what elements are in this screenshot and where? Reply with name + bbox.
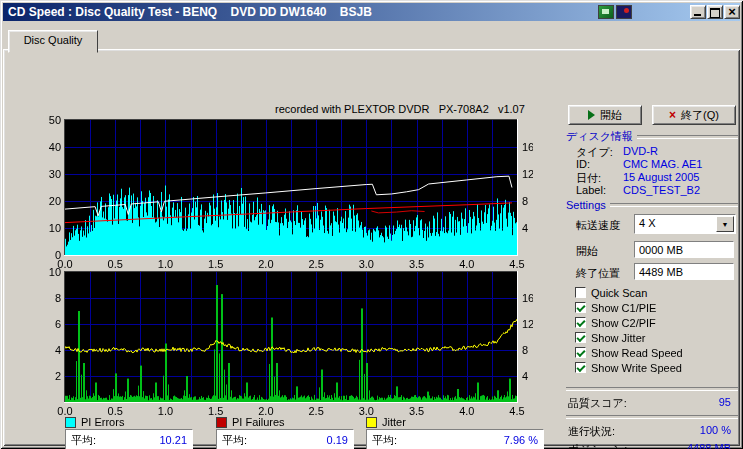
progress-row: 進行状況: 100 % <box>568 424 738 437</box>
speed-select[interactable]: 4 X ▼ <box>634 214 736 234</box>
disc-type-label: タイプ: <box>576 146 613 158</box>
end-position-field[interactable] <box>634 263 734 280</box>
divider <box>637 135 738 139</box>
checkbox-show-write-speed[interactable]: Show Write Speed <box>575 361 737 374</box>
divider <box>566 415 738 419</box>
tab-label: Disc Quality <box>24 34 83 46</box>
disc-id-label: ID: <box>576 158 590 170</box>
maximize-icon <box>710 8 720 18</box>
start-icon <box>588 110 595 120</box>
pi-failures-swatch-icon <box>216 417 227 428</box>
pi-failures-stats-box: 平均:0.19 最大:9 合計:2508 <box>216 429 354 449</box>
checkbox-box <box>575 317 586 328</box>
start-button[interactable]: 開始 <box>568 105 642 125</box>
exit-icon: × <box>669 110 676 120</box>
checkbox-label: Show C2/PIF <box>591 317 656 329</box>
disc-info-title: ディスク情報 <box>566 129 633 144</box>
minimize-button[interactable] <box>690 5 706 19</box>
quality-score-row: 品質スコア: 95 <box>568 396 738 409</box>
disc-id-value: CMC MAG. AE1 <box>623 158 702 170</box>
checkbox-label: Show Jitter <box>591 332 645 344</box>
legend-pi-errors: PI Errors <box>65 416 124 428</box>
checkbox-label: Show Read Speed <box>591 347 683 359</box>
disc-date-value: 15 August 2005 <box>623 171 699 183</box>
start-button-label: 開始 <box>600 108 622 123</box>
progress-value: 100 % <box>700 424 731 436</box>
stat-label: 平均: <box>71 431 96 449</box>
stat-row: 平均:0.19 <box>217 431 353 449</box>
divider <box>566 387 738 391</box>
position-value: 4488 MB <box>687 442 731 449</box>
maximize-button[interactable] <box>707 5 723 19</box>
settings-header: Settings <box>566 198 738 211</box>
disc-label-row: Label: CDS_TEST_B2 <box>576 184 738 197</box>
disc-type-value: DVD-R <box>623 145 658 157</box>
disc-id-row: ID: CMC MAG. AE1 <box>576 158 738 171</box>
checkbox-show-c2-pif[interactable]: Show C2/PIF <box>575 316 737 329</box>
jitter-legend-label: Jitter <box>382 416 406 428</box>
checkbox-box <box>575 362 586 373</box>
checkbox-label: Show Write Speed <box>591 362 682 374</box>
chevron-down-icon: ▼ <box>722 221 729 228</box>
divider <box>610 203 738 207</box>
disc-date-label: 日付: <box>576 172 601 184</box>
stat-label: 平均: <box>372 431 397 449</box>
tab-page: recorded with PLEXTOR DVDR PX-708A2 v1.0… <box>3 49 740 446</box>
start-position-field[interactable] <box>634 241 734 258</box>
checkbox-show-read-speed[interactable]: Show Read Speed <box>575 346 737 359</box>
legend-jitter: Jitter <box>366 416 406 428</box>
quality-score-label: 品質スコア: <box>568 397 627 409</box>
exit-button-label: 終了(Q) <box>681 108 719 123</box>
stat-value: 10.21 <box>159 431 187 449</box>
titlebar-graph-icon[interactable] <box>616 5 632 19</box>
disc-label-label: Label: <box>576 184 606 196</box>
legend-pi-failures: PI Failures <box>216 416 285 428</box>
disc-label-value: CDS_TEST_B2 <box>623 184 700 196</box>
disc-info-header: ディスク情報 <box>566 130 738 143</box>
pi-errors-stats-box: 平均:10.21 最大:29 合計:128131 <box>65 429 193 449</box>
pi-errors-swatch-icon <box>65 417 76 428</box>
pi-failures-legend-label: PI Failures <box>232 416 285 428</box>
progress-label: 進行状況: <box>568 425 615 437</box>
disc-date-row: 日付: 15 August 2005 <box>576 171 738 184</box>
checkbox-label: Show C1/PIE <box>591 302 656 314</box>
checkbox-label: Quick Scan <box>591 287 647 299</box>
pi-errors-chart <box>33 112 533 268</box>
speed-setting-label: 転送速度 <box>576 219 620 231</box>
jitter-swatch-icon <box>366 417 377 428</box>
start-position-label: 開始 <box>576 245 598 257</box>
pi-errors-legend-label: PI Errors <box>81 416 124 428</box>
minimize-icon <box>694 14 701 16</box>
stat-label: 平均: <box>222 431 247 449</box>
end-position-label: 終了位置 <box>576 267 620 279</box>
window-title: CD Speed : Disc Quality Test - BENQ DVD … <box>3 5 372 19</box>
checkbox-box <box>575 332 586 343</box>
close-icon: × <box>725 5 739 19</box>
stat-row: 平均:10.21 <box>66 431 192 449</box>
titlebar-disc-icon[interactable] <box>598 5 614 19</box>
quality-score-value: 95 <box>719 396 731 408</box>
checkbox-show-jitter[interactable]: Show Jitter <box>575 331 737 344</box>
checkbox-box <box>575 347 586 358</box>
stat-value: 0.19 <box>327 431 348 449</box>
stat-row: 平均:7.96 % <box>367 431 543 449</box>
stat-value: 7.96 % <box>504 431 538 449</box>
disc-type-row: タイプ: DVD-R <box>576 145 738 158</box>
checkbox-box <box>575 287 586 298</box>
exit-button[interactable]: × 終了(Q) <box>652 105 736 125</box>
checkbox-quick-scan[interactable]: Quick Scan <box>575 286 737 299</box>
speed-select-value: 4 X <box>639 217 656 229</box>
checkbox-box <box>575 302 586 313</box>
titlebar[interactable]: CD Speed : Disc Quality Test - BENQ DVD … <box>3 3 740 21</box>
app-window: CD Speed : Disc Quality Test - BENQ DVD … <box>0 0 743 449</box>
pi-failures-jitter-chart <box>33 265 533 417</box>
settings-title: Settings <box>566 199 606 211</box>
tab-disc-quality[interactable]: Disc Quality <box>8 30 98 53</box>
position-row: ポジション: 4488 MB <box>568 442 738 449</box>
checkbox-show-c1-pie[interactable]: Show C1/PIE <box>575 301 737 314</box>
speed-select-dropdown-button[interactable]: ▼ <box>716 216 734 232</box>
close-button[interactable]: × <box>724 5 740 19</box>
position-label: ポジション: <box>568 443 627 449</box>
jitter-stats-box: 平均:7.96 % 最大:12.9 % <box>366 429 544 449</box>
